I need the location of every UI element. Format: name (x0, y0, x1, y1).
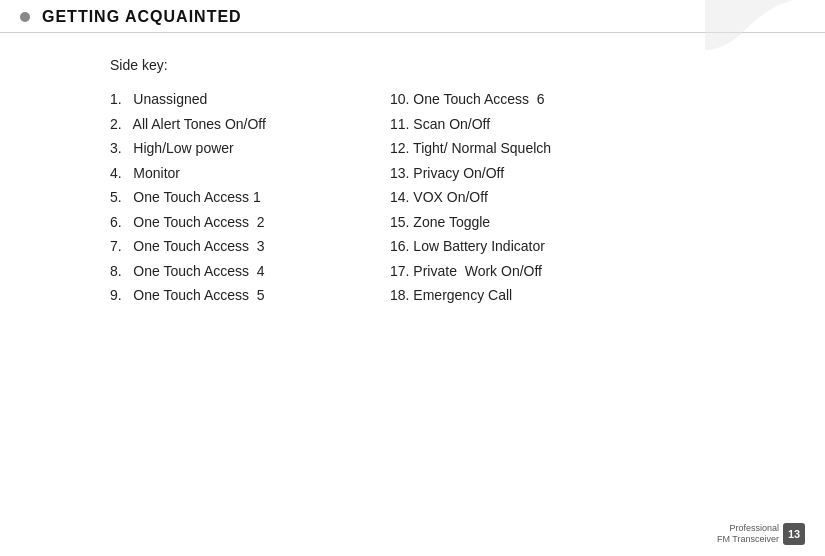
list-item: 6. One Touch Access 2 (110, 210, 350, 235)
list-item: 14. VOX On/Off (390, 185, 630, 210)
list-item: 5. One Touch Access 1 (110, 185, 350, 210)
list-item: 2. All Alert Tones On/Off (110, 112, 350, 137)
page-title: GETTING ACQUAINTED (42, 8, 242, 26)
list-item: 13. Privacy On/Off (390, 161, 630, 186)
list-item: 1. Unassigned (110, 87, 350, 112)
list-item: 15. Zone Toggle (390, 210, 630, 235)
list-item: 3. High/Low power (110, 136, 350, 161)
list-item: 9. One Touch Access 5 (110, 283, 350, 308)
list-item: 12. Tight/ Normal Squelch (390, 136, 630, 161)
left-column: 1. Unassigned 2. All Alert Tones On/Off … (110, 87, 350, 308)
list-item: 8. One Touch Access 4 (110, 259, 350, 284)
footer-line1: Professional (717, 523, 779, 535)
header-bullet (20, 12, 30, 22)
right-column: 10. One Touch Access 6 11. Scan On/Off 1… (390, 87, 630, 308)
list-item: 17. Private Work On/Off (390, 259, 630, 284)
footer-line2: FM Transceiver (717, 534, 779, 546)
list-item: 16. Low Battery Indicator (390, 234, 630, 259)
list-item: 11. Scan On/Off (390, 112, 630, 137)
list-item: 10. One Touch Access 6 (390, 87, 630, 112)
footer: Professional FM Transceiver 13 (717, 523, 805, 546)
header: GETTING ACQUAINTED (0, 0, 825, 33)
list-item: 4. Monitor (110, 161, 350, 186)
list-item: 18. Emergency Call (390, 283, 630, 308)
side-key-label: Side key: (110, 57, 765, 73)
list-item: 7. One Touch Access 3 (110, 234, 350, 259)
footer-text: Professional FM Transceiver (717, 523, 779, 546)
main-content: Side key: 1. Unassigned 2. All Alert Ton… (0, 33, 825, 328)
columns-container: 1. Unassigned 2. All Alert Tones On/Off … (110, 87, 765, 308)
page-container: GETTING ACQUAINTED Side key: 1. Unassign… (0, 0, 825, 556)
page-number-badge: 13 (783, 523, 805, 545)
